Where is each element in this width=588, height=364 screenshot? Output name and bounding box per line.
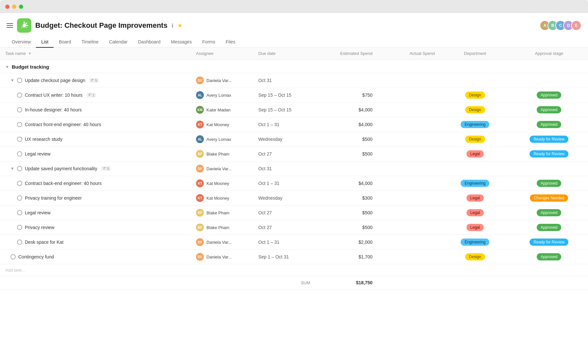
tab-timeline[interactable]: Timeline bbox=[76, 37, 104, 48]
task-name-cell: ▼ Update saved payment functionality 5 bbox=[10, 166, 186, 171]
approval-badge: Approved bbox=[537, 180, 561, 187]
actual-spend bbox=[378, 132, 440, 147]
table-row: Contract back-end engineer: 40 hours KT … bbox=[0, 176, 588, 191]
info-icon[interactable]: ℹ bbox=[172, 23, 173, 29]
task-circle[interactable] bbox=[17, 240, 22, 245]
assignee-name: Avery Lomax bbox=[206, 137, 231, 142]
task-circle[interactable] bbox=[17, 210, 22, 215]
due-date: Wednesday bbox=[253, 191, 316, 206]
tab-forms[interactable]: Forms bbox=[197, 37, 220, 48]
task-name: Privacy training for engineer bbox=[25, 195, 82, 201]
svg-rect-6 bbox=[103, 169, 105, 169]
department: Legal bbox=[440, 220, 510, 235]
assignee-name: Daniela Var... bbox=[206, 166, 232, 171]
tab-list[interactable]: List bbox=[36, 37, 54, 48]
department: Design bbox=[440, 132, 510, 147]
task-circle[interactable] bbox=[17, 122, 22, 127]
due-date: Sep 15 – Oct 15 bbox=[253, 88, 316, 103]
task-circle[interactable] bbox=[17, 92, 22, 98]
collapse-icon[interactable]: ▼ bbox=[10, 166, 14, 171]
svg-rect-1 bbox=[91, 79, 94, 80]
section-header: ▼ Budget tracking bbox=[5, 64, 583, 70]
estimated-spend bbox=[316, 161, 378, 176]
dept-badge: Engineering bbox=[461, 239, 489, 246]
actual-spend bbox=[378, 117, 440, 132]
assignee-name: Daniela Var... bbox=[206, 255, 232, 259]
task-circle[interactable] bbox=[17, 107, 22, 112]
due-date: Oct 1 – 31 bbox=[253, 176, 316, 191]
task-name-cell: Legal review bbox=[17, 151, 186, 157]
subtask-badge: 5 bbox=[89, 78, 99, 83]
assignee-name: Kat Mooney bbox=[206, 196, 229, 201]
assignee-name: Kabir Madan bbox=[206, 108, 231, 112]
close-button[interactable] bbox=[5, 5, 9, 9]
col-department: Department bbox=[440, 48, 510, 59]
task-circle[interactable] bbox=[17, 181, 22, 186]
tab-messages[interactable]: Messages bbox=[166, 37, 197, 48]
tab-calendar[interactable]: Calendar bbox=[104, 37, 133, 48]
actual-spend bbox=[378, 161, 440, 176]
tab-dashboard[interactable]: Dashboard bbox=[133, 37, 166, 48]
task-circle[interactable] bbox=[17, 225, 22, 230]
add-task-label[interactable]: Add task... bbox=[5, 268, 25, 273]
sum-empty bbox=[378, 276, 588, 290]
task-name: Contract UX writer: 10 hours bbox=[25, 92, 83, 98]
task-circle[interactable] bbox=[17, 78, 22, 83]
task-name: Contract front-end engineer: 40 hours bbox=[25, 122, 101, 127]
svg-rect-4 bbox=[89, 95, 90, 96]
approval-stage: Approved bbox=[510, 206, 588, 220]
maximize-button[interactable] bbox=[19, 5, 23, 9]
task-circle[interactable] bbox=[17, 137, 22, 142]
approval-stage: Approved bbox=[510, 250, 588, 264]
task-name-cell: Contract UX writer: 10 hours 1 bbox=[17, 92, 186, 98]
dept-badge: Design bbox=[465, 106, 485, 113]
tab-overview[interactable]: Overview bbox=[7, 37, 36, 48]
task-name-cell: UX research study bbox=[17, 137, 186, 142]
task-name: UX research study bbox=[25, 137, 62, 142]
avatar: KM bbox=[196, 106, 204, 114]
estimated-spend: $300 bbox=[316, 191, 378, 206]
star-icon[interactable]: ★ bbox=[177, 22, 183, 29]
table-row: UX research study AL Avery Lomax Wednesd… bbox=[0, 132, 588, 147]
table-row: ▼ Update saved payment functionality 5 D… bbox=[0, 161, 588, 176]
sum-label: SUM bbox=[0, 276, 316, 290]
section-budget-tracking: ▼ Budget tracking bbox=[0, 59, 588, 73]
avatar: BP bbox=[196, 150, 204, 158]
task-circle[interactable] bbox=[17, 195, 22, 201]
actual-spend bbox=[378, 176, 440, 191]
window-chrome bbox=[0, 0, 588, 13]
estimated-spend bbox=[316, 73, 378, 88]
table-container: Task name ▾ Assignee Due date Estimated … bbox=[0, 48, 588, 290]
team-avatars: A B C D E bbox=[540, 20, 581, 31]
svg-rect-2 bbox=[91, 80, 93, 81]
task-name-cell: Contract front-end engineer: 40 hours bbox=[17, 122, 186, 127]
avatar: DV bbox=[196, 165, 204, 173]
tab-board[interactable]: Board bbox=[54, 37, 76, 48]
department: Design bbox=[440, 88, 510, 103]
task-name: In-house designer: 40 hours bbox=[25, 107, 82, 112]
collapse-icon[interactable]: ▼ bbox=[5, 65, 9, 69]
approval-stage bbox=[510, 73, 588, 88]
approval-stage bbox=[510, 161, 588, 176]
approval-stage: Approved bbox=[510, 176, 588, 191]
assignee-cell: KM Kabir Madan bbox=[196, 106, 248, 114]
approval-badge: Ready for Review bbox=[530, 150, 568, 157]
estimated-spend: $750 bbox=[316, 88, 378, 103]
hamburger-menu[interactable] bbox=[7, 22, 13, 29]
task-circle[interactable] bbox=[17, 166, 22, 171]
tab-files[interactable]: Files bbox=[220, 37, 241, 48]
avatar: KT bbox=[196, 194, 204, 202]
estimated-spend: $4,000 bbox=[316, 117, 378, 132]
add-task-row[interactable]: Add task... bbox=[0, 264, 588, 276]
task-circle[interactable] bbox=[17, 151, 22, 157]
collapse-icon[interactable]: ▼ bbox=[10, 78, 14, 83]
dept-badge: Legal bbox=[466, 224, 484, 231]
actual-spend bbox=[378, 206, 440, 220]
avatar: DV bbox=[196, 238, 204, 246]
task-name: Desk space for Kat bbox=[25, 240, 63, 245]
task-circle[interactable] bbox=[10, 254, 16, 259]
task-name-cell: Contract back-end engineer: 40 hours bbox=[17, 181, 186, 186]
estimated-spend: $2,000 bbox=[316, 235, 378, 250]
minimize-button[interactable] bbox=[12, 5, 16, 9]
col-task-name[interactable]: Task name ▾ bbox=[0, 48, 191, 59]
